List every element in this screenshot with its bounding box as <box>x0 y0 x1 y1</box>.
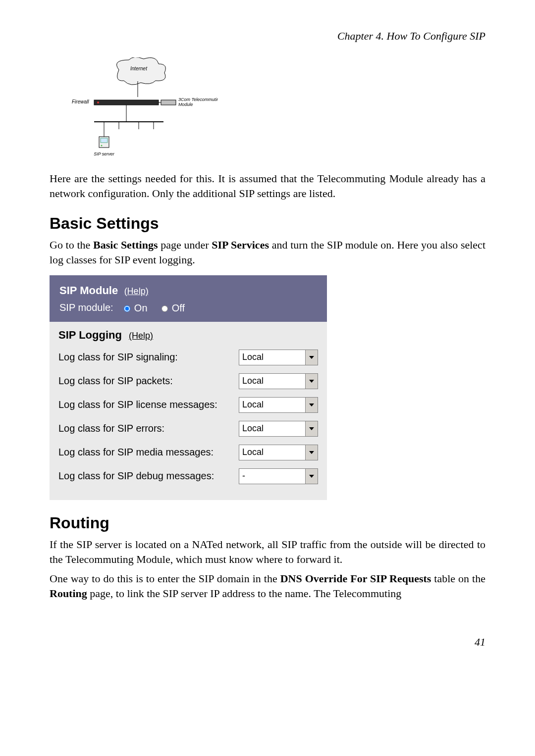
chevron-down-icon <box>305 445 318 460</box>
svg-marker-18 <box>309 427 314 430</box>
select-value: Local <box>239 374 305 389</box>
text-fragment: table on the <box>431 572 485 585</box>
sip-module-on-radio[interactable] <box>124 305 130 312</box>
log-errors-row: Log class for SIP errors: Local <box>58 421 318 437</box>
log-debug-label: Log class for SIP debug messages: <box>58 470 239 482</box>
diagram-internet-label: Internet <box>130 66 148 71</box>
svg-marker-15 <box>309 356 314 359</box>
chevron-down-icon <box>305 469 318 484</box>
select-value: - <box>239 469 305 484</box>
sip-module-off-label: Off <box>172 302 185 313</box>
log-license-select[interactable]: Local <box>239 397 318 413</box>
log-signaling-row: Log class for SIP signaling: Local <box>58 350 318 365</box>
routing-heading: Routing <box>50 514 485 532</box>
select-value: Local <box>239 445 305 460</box>
diagram-firewall-label: Firewall <box>72 99 89 104</box>
log-license-label: Log class for SIP license messages: <box>58 399 239 411</box>
log-media-select[interactable]: Local <box>239 445 318 460</box>
sip-module-off-radio[interactable] <box>161 305 168 312</box>
svg-marker-16 <box>309 380 314 383</box>
svg-marker-17 <box>309 403 314 406</box>
log-packets-select[interactable]: Local <box>239 373 318 389</box>
chevron-down-icon <box>305 398 318 412</box>
svg-marker-19 <box>309 451 314 454</box>
page-number: 41 <box>50 636 485 649</box>
text-bold: DNS Override For SIP Requests <box>280 572 431 585</box>
running-header: Chapter 4. How To Configure SIP <box>50 30 485 43</box>
sip-module-section: SIP Module (Help) SIP module: On Off <box>50 275 327 322</box>
log-debug-row: Log class for SIP debug messages: - <box>58 468 318 484</box>
sip-module-on-label: On <box>134 302 148 313</box>
log-packets-row: Log class for SIP packets: Local <box>58 373 318 389</box>
svg-point-14 <box>101 145 103 147</box>
svg-rect-13 <box>101 138 107 143</box>
chevron-down-icon <box>305 350 318 365</box>
text-bold: Basic Settings <box>93 239 158 251</box>
sip-module-radio-row: SIP module: On Off <box>59 302 317 314</box>
diagram-svg: Internet Firewall 3Com Telecommuting Mod… <box>59 57 218 161</box>
page: Chapter 4. How To Configure SIP Internet… <box>0 0 535 678</box>
text-bold: Routing <box>50 587 87 600</box>
log-packets-label: Log class for SIP packets: <box>58 375 239 387</box>
sip-logging-help-link[interactable]: (Help) <box>129 331 153 341</box>
log-media-row: Log class for SIP media messages: Local <box>58 445 318 460</box>
diagram-module-label-1: 3Com Telecommuting <box>178 97 218 102</box>
sip-logging-title: SIP Logging <box>58 329 122 341</box>
routing-paragraph-1: If the SIP server is located on a NATed … <box>50 537 485 566</box>
text-bold: SIP Services <box>212 239 269 251</box>
log-signaling-select[interactable]: Local <box>239 350 318 365</box>
basic-settings-heading: Basic Settings <box>50 214 485 233</box>
log-media-label: Log class for SIP media messages: <box>58 446 239 458</box>
diagram-module-label-2: Module <box>178 102 193 107</box>
sip-config-panel: SIP Module (Help) SIP module: On Off SIP… <box>50 275 327 500</box>
text-fragment: One way to do this is to enter the SIP d… <box>50 572 280 585</box>
intro-paragraph: Here are the settings needed for this. I… <box>50 171 485 201</box>
text-fragment: page, to link the SIP server IP address … <box>87 587 402 600</box>
log-debug-select[interactable]: - <box>239 468 318 484</box>
routing-paragraph-2: One way to do this is to enter the SIP d… <box>50 571 485 601</box>
chevron-down-icon <box>305 421 318 436</box>
log-license-row: Log class for SIP license messages: Loca… <box>58 397 318 413</box>
select-value: Local <box>239 421 305 436</box>
select-value: Local <box>239 350 305 365</box>
log-errors-label: Log class for SIP errors: <box>58 422 239 435</box>
sip-logging-section: SIP Logging (Help) Log class for SIP sig… <box>50 322 327 500</box>
basic-settings-paragraph: Go to the Basic Settings page under SIP … <box>50 238 485 267</box>
sip-module-title: SIP Module <box>59 284 118 297</box>
log-signaling-label: Log class for SIP signaling: <box>58 351 239 363</box>
network-diagram: Internet Firewall 3Com Telecommuting Mod… <box>50 57 485 161</box>
svg-rect-3 <box>161 100 176 105</box>
text-fragment: Go to the <box>50 239 93 251</box>
sip-module-row-label: SIP module: <box>59 302 113 313</box>
sip-module-help-link[interactable]: (Help) <box>124 286 149 296</box>
svg-point-2 <box>97 101 99 103</box>
select-value: Local <box>239 398 305 412</box>
svg-rect-1 <box>94 100 159 105</box>
diagram-sipserver-label: SIP server <box>94 151 115 156</box>
text-fragment: page under <box>158 239 212 251</box>
chevron-down-icon <box>305 374 318 389</box>
svg-marker-20 <box>309 475 314 478</box>
log-errors-select[interactable]: Local <box>239 421 318 437</box>
